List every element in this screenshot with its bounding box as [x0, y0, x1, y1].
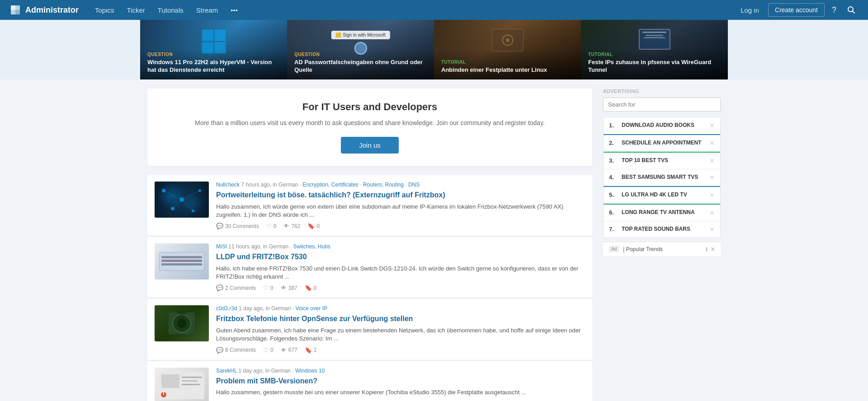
post-views-1: 👁 762: [283, 223, 300, 229]
hero-badge-3: TUTORIAL: [441, 60, 574, 65]
post-title-4[interactable]: Problem mit SMB-Versionen?: [216, 377, 585, 386]
post-thumbnail-1: [155, 182, 209, 218]
close-icon-5[interactable]: ✕: [709, 191, 715, 199]
post-tag-1c[interactable]: DNS: [408, 182, 420, 188]
ad-text-3: TOP 10 BEST TVS: [622, 157, 708, 164]
svg-marker-3: [15, 10, 20, 14]
post-thumbnail-2: [155, 243, 209, 280]
info-icon: ℹ: [706, 246, 708, 252]
hero-title-2: AD Passwortfalscheingaben ohne Grund ode…: [294, 59, 427, 74]
post-tag-1b[interactable]: Routers, Routing: [363, 182, 404, 188]
hero-card-2[interactable]: 🟨 Sign in with Microsoft QUESTION AD Pas…: [287, 20, 434, 79]
bookmark-icon: 🔖: [305, 284, 312, 291]
post-tag-3a[interactable]: Voice over IP: [295, 305, 327, 312]
post-stats-3: 💬 8 Comments ♡ 0 👁 677 🔖: [216, 347, 585, 354]
post-lang-1: German: [278, 182, 298, 188]
like-icon: ♡: [263, 347, 269, 354]
post-author-4[interactable]: SarekHL: [216, 368, 237, 374]
svg-point-26: [177, 319, 186, 328]
hero-card-3[interactable]: TUTORIAL Anbinden einer Festplatte unter…: [434, 20, 581, 79]
post-meta-2: MiSt 11 hours ago, in German · Switches,…: [216, 243, 585, 250]
post-tag-4a[interactable]: Windows 10: [295, 368, 325, 374]
svg-point-14: [192, 210, 194, 212]
list-item[interactable]: 5. LG ULTRA HD 4K LED TV ✕: [604, 187, 720, 204]
svg-rect-32: [163, 394, 164, 395]
network-graphic: [155, 182, 209, 218]
svg-line-16: [182, 191, 200, 200]
hero-cards: QUESTION Windows 11 Pro 22H2 als HyperVM…: [140, 20, 728, 79]
ad-search-input[interactable]: [603, 98, 721, 112]
svg-marker-0: [11, 5, 15, 10]
nav-stream[interactable]: Stream: [191, 0, 223, 20]
brand-name: Administrator: [25, 5, 79, 15]
post-thumbnail-3: [155, 305, 209, 341]
create-account-button[interactable]: Create account: [768, 3, 825, 17]
join-us-button[interactable]: Join us: [341, 137, 399, 154]
nav-links: Topics Ticker Tutorials Stream •••: [90, 0, 735, 20]
search-icon: [847, 6, 855, 14]
sidebar: ADVERTISING 1. DOWNLOAD AUDIO BOOKS ✕ 2.…: [603, 89, 721, 401]
list-item[interactable]: 3. TOP 10 BEST TVS ✕: [604, 153, 720, 169]
hero-card-1[interactable]: QUESTION Windows 11 Pro 22H2 als HyperVM…: [140, 20, 287, 79]
nav-tutorials[interactable]: Tutorials: [152, 0, 189, 20]
svg-marker-2: [11, 10, 15, 14]
post-excerpt-4: Hallo zusammen, gestern musste bei uns e…: [216, 388, 585, 396]
brand-logo[interactable]: Administrator: [9, 4, 79, 16]
bookmark-icon: 🔖: [307, 223, 315, 229]
close-icon-2[interactable]: ✕: [709, 140, 715, 147]
close-small-icon[interactable]: ✕: [711, 246, 715, 252]
post-title-1[interactable]: Portweiterleitung ist böse. tatsächlich?…: [216, 191, 585, 200]
list-item[interactable]: 6. LONG RANGE TV ANTENNA ✕: [604, 205, 720, 221]
svg-point-13: [171, 207, 175, 210]
hero-section: QUESTION Windows 11 Pro 22H2 als HyperVM…: [0, 20, 868, 79]
close-icon-6[interactable]: ✕: [709, 209, 715, 216]
close-icon-1[interactable]: ✕: [709, 122, 715, 129]
close-icon-4[interactable]: ✕: [709, 174, 715, 181]
post-likes-2: ♡ 0: [263, 284, 274, 291]
post-author-1[interactable]: Nullcheck: [216, 182, 240, 188]
post-stats-1: 💬 30 Comments ♡ 0 👁 762 🔖: [216, 223, 585, 229]
post-comments-2: 💬 2 Comments: [216, 284, 256, 291]
hero-card-4[interactable]: TUTORIAL Feste IPs zuhause in pfsense vi…: [581, 20, 728, 79]
post-tag-2a[interactable]: Switches, Hubs: [293, 243, 330, 250]
close-icon-7[interactable]: ✕: [709, 226, 715, 233]
nav-ticker[interactable]: Ticker: [122, 0, 151, 20]
cta-title: For IT Users and Developers: [156, 101, 583, 113]
post-author-2[interactable]: MiSt: [216, 243, 227, 250]
post-likes-1: ♡ 0: [266, 223, 277, 229]
ad-num-7: 7.: [609, 226, 618, 233]
cta-section: For IT Users and Developers More than a …: [147, 89, 592, 166]
list-item[interactable]: 7. TOP RATED SOUND BARS ✕: [604, 221, 720, 238]
login-button[interactable]: Log in: [735, 0, 764, 20]
list-item[interactable]: 1. DOWNLOAD AUDIO BOOKS ✕: [604, 117, 720, 134]
hero-badge-4: TUTORIAL: [588, 52, 721, 57]
post-title-2[interactable]: LLDP und FRITZ!Box 7530: [216, 252, 585, 262]
ad-text-1: DOWNLOAD AUDIO BOOKS: [622, 122, 708, 129]
nav-topics[interactable]: Topics: [90, 0, 120, 20]
post-tag-1a[interactable]: Encryption, Certificates: [302, 182, 358, 188]
ad-num-4: 4.: [609, 174, 618, 181]
search-button[interactable]: [844, 0, 859, 20]
list-item[interactable]: 4. BEST SAMSUNG SMART TVS ✕: [604, 169, 720, 186]
svg-rect-22: [161, 260, 202, 262]
ad-num-5: 5.: [609, 191, 618, 198]
comment-icon: 💬: [216, 284, 223, 291]
post-meta-4: SarekHL 1 day ago, in German · Windows 1…: [216, 368, 585, 374]
svg-point-11: [179, 197, 184, 202]
list-item[interactable]: 2. SCHEDULE AN APPOINTMENT ✕: [604, 135, 720, 152]
popular-trends-text: | Popular Trends: [623, 246, 663, 252]
ad-text-6: LONG RANGE TV ANTENNA: [622, 209, 708, 216]
post-title-3[interactable]: Fritzbox Telefonie hinter OpnSense zur V…: [216, 314, 585, 324]
svg-line-19: [164, 191, 173, 209]
comment-icon: 💬: [216, 223, 223, 229]
content-area: For IT Users and Developers More than a …: [147, 89, 592, 401]
svg-rect-6: [202, 30, 213, 41]
nav-more[interactable]: •••: [225, 0, 243, 20]
switch-graphic: [155, 243, 209, 280]
post-author-3[interactable]: c0d3.r3d: [216, 305, 237, 312]
post-bookmarks-3: 🔖 1: [305, 347, 317, 354]
ad-label: ADVERTISING: [603, 89, 721, 94]
help-button[interactable]: ?: [828, 0, 840, 20]
close-icon-3[interactable]: ✕: [709, 157, 715, 164]
ad-num-3: 3.: [609, 157, 618, 164]
